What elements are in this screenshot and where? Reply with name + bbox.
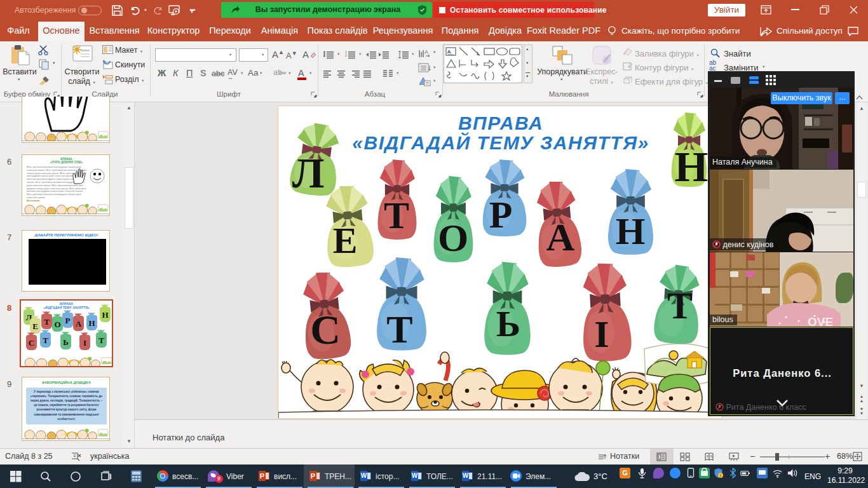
svg-text:OVE: OVE — [808, 315, 833, 327]
svg-text:A: A — [447, 49, 451, 55]
svg-text:A: A — [424, 49, 428, 55]
svg-text:2: 2 — [345, 53, 347, 57]
svg-text:!: ! — [720, 473, 721, 478]
